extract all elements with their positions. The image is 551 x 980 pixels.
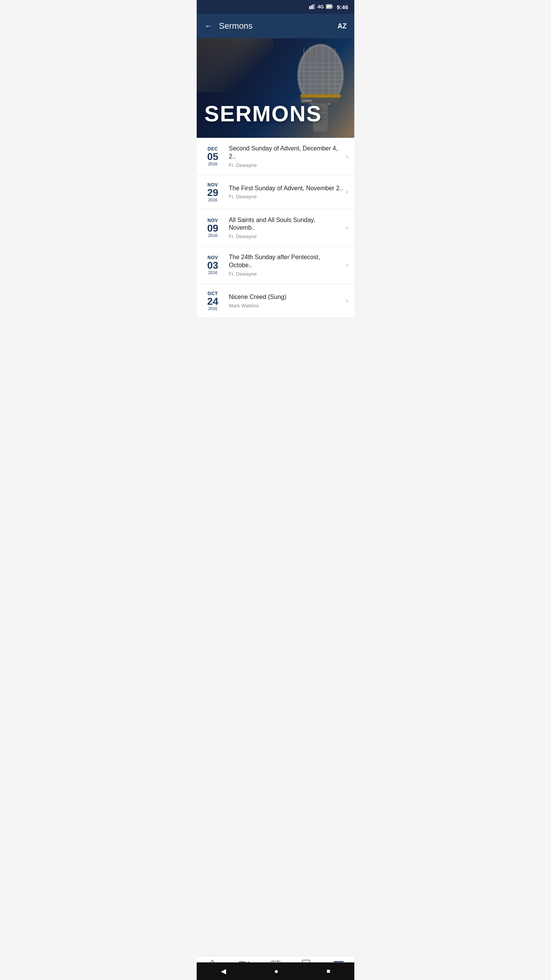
hero-banner: SM58 SERMONS [197, 38, 354, 138]
android-back-button[interactable]: ◀ [221, 967, 226, 975]
svg-rect-2 [312, 5, 313, 9]
svg-rect-0 [309, 6, 310, 9]
sermon-speaker: Fr. Dewayne [229, 194, 343, 199]
sermon-year: 2016 [208, 162, 217, 166]
sermon-info: The 24th Sunday after Pentecost, Octobe.… [229, 253, 343, 277]
sermon-title: The First Sunday of Advent, November 2.. [229, 185, 343, 193]
sermon-item[interactable]: DEC 05 2016 Second Sunday of Advent, Dec… [197, 138, 354, 175]
sermon-day: 09 [207, 223, 218, 233]
sermon-year: 2016 [208, 306, 217, 311]
sermon-year: 2016 [208, 198, 217, 202]
sermon-info: All Saints and All Souls Sunday, Novemb.… [229, 216, 343, 240]
sort-button[interactable]: AZ [337, 22, 347, 30]
svg-rect-1 [311, 5, 312, 9]
page-title: Sermons [219, 21, 253, 31]
sermon-list: DEC 05 2016 Second Sunday of Advent, Dec… [197, 138, 354, 318]
status-bar: 4G ⚡ 9:46 [197, 0, 354, 14]
svg-rect-29 [300, 94, 341, 98]
sermon-item[interactable]: NOV 09 2016 All Saints and All Souls Sun… [197, 209, 354, 247]
sermon-year: 2016 [208, 270, 217, 275]
sermon-title: All Saints and All Souls Sunday, Novemb.… [229, 216, 343, 232]
sermon-title: The 24th Sunday after Pentecost, Octobe.… [229, 253, 343, 270]
sermon-year: 2016 [208, 233, 217, 238]
sermon-title: Second Sunday of Advent, December 4, 2.. [229, 145, 343, 161]
date-block: NOV 29 2016 [203, 182, 223, 202]
android-recent-button[interactable]: ■ [326, 968, 330, 975]
chevron-right-icon: › [346, 188, 348, 196]
sermon-item[interactable]: NOV 29 2016 The First Sunday of Advent, … [197, 175, 354, 209]
sermon-info: Second Sunday of Advent, December 4, 2..… [229, 145, 343, 168]
app-header: ← Sermons AZ [197, 14, 354, 38]
date-block: OCT 24 2016 [203, 291, 223, 311]
date-block: NOV 09 2016 [203, 218, 223, 238]
status-icons: 4G ⚡ 9:46 [309, 4, 348, 10]
sermon-day: 24 [207, 296, 218, 306]
sermon-info: The First Sunday of Advent, November 2..… [229, 185, 343, 200]
signal-type: 4G [318, 4, 324, 10]
date-block: NOV 03 2016 [203, 255, 223, 275]
battery-icon: ⚡ [326, 4, 333, 10]
header-left: ← Sermons [204, 21, 253, 31]
time-display: 9:46 [337, 4, 348, 10]
date-block: DEC 05 2016 [203, 146, 223, 166]
svg-text:⚡: ⚡ [328, 5, 331, 9]
sermon-day: 29 [207, 188, 218, 198]
chevron-right-icon: › [346, 261, 348, 269]
sermon-speaker: Mark Watkins [229, 303, 343, 309]
sermon-speaker: Fr. Dewayne [229, 271, 343, 277]
sermon-info: Nicene Creed (Sung) Mark Watkins [229, 293, 343, 309]
sermon-day: 03 [207, 260, 218, 270]
android-nav-bar: ◀ ● ■ [197, 962, 354, 980]
signal-icon [309, 4, 315, 10]
android-home-button[interactable]: ● [274, 967, 279, 975]
chevron-right-icon: › [346, 297, 348, 305]
chevron-right-icon: › [346, 152, 348, 160]
svg-rect-5 [332, 6, 333, 7]
back-button[interactable]: ← [204, 21, 213, 31]
sermon-title: Nicene Creed (Sung) [229, 293, 343, 301]
chevron-right-icon: › [346, 224, 348, 232]
sermon-speaker: Fr. Dewayne [229, 162, 343, 168]
sermon-item[interactable]: NOV 03 2016 The 24th Sunday after Pentec… [197, 247, 354, 284]
sermon-day: 05 [207, 152, 218, 162]
hero-title: SERMONS [204, 101, 322, 126]
svg-rect-3 [314, 4, 315, 9]
sermon-speaker: Fr. Dewayne [229, 234, 343, 239]
sermon-item[interactable]: OCT 24 2016 Nicene Creed (Sung) Mark Wat… [197, 284, 354, 318]
